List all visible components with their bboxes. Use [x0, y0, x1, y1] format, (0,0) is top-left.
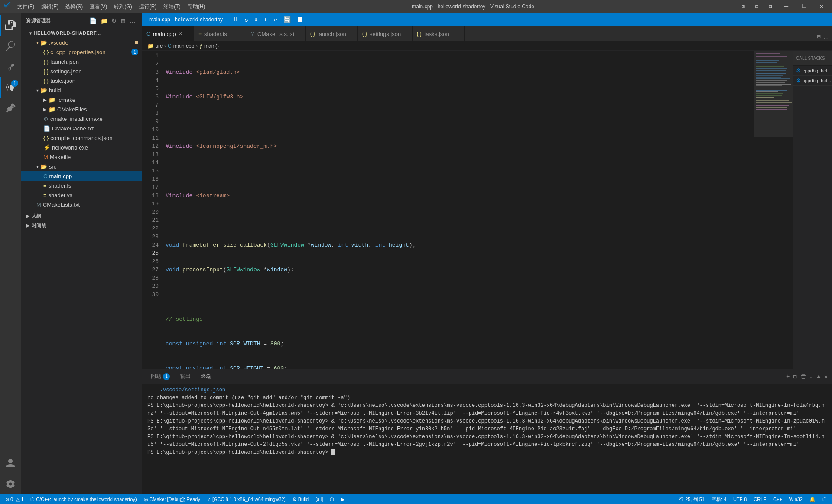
project-root[interactable]: ▾ HELLOWORLD-SHADERT... — [21, 28, 142, 38]
search-activity-icon[interactable] — [0, 36, 21, 56]
makefile-file[interactable]: M Makefile — [21, 152, 142, 162]
menu-edit[interactable]: 编辑(E) — [39, 2, 61, 11]
compile-commands-file[interactable]: { } compile_commands.json — [21, 133, 142, 143]
panel-layout-icon[interactable]: ⊞ — [765, 3, 775, 11]
account-activity-icon[interactable] — [0, 453, 21, 474]
continue-button[interactable]: 🔄 — [282, 15, 292, 24]
compiler-item[interactable]: ✓ [GCC 8.1.0 x86_64-w64-mingw32] — [205, 497, 287, 502]
new-file-icon[interactable]: 📄 — [88, 16, 98, 25]
extensions-activity-icon[interactable] — [0, 98, 21, 119]
helloworld-exe-file[interactable]: ⚡ helloworld.exe — [21, 143, 142, 152]
main-cpp-file[interactable]: C main.cpp — [21, 171, 142, 181]
settings-json-file[interactable]: { } settings.json — [21, 66, 142, 76]
menu-file[interactable]: 文件(F) — [15, 2, 37, 11]
tab-shader-fs[interactable]: ≡ shader.fs × — [194, 26, 246, 41]
cmake-status-item[interactable]: ◎ CMake: [Debug]; Ready — [142, 497, 202, 502]
c-cpp-properties-file[interactable]: { } c_cpp_properties.json 1 — [21, 47, 142, 57]
indent-item[interactable]: 空格: 4 — [710, 496, 728, 503]
maximize-button[interactable]: □ — [797, 3, 811, 11]
run-config-item[interactable]: ⬡ — [328, 497, 336, 502]
close-button[interactable]: ✕ — [815, 3, 829, 11]
split-editor-icon[interactable]: ⊟ — [816, 32, 821, 41]
debug-session-item-2[interactable]: ⚙ cppdbg: hel... — [793, 76, 832, 86]
tab-launch-json[interactable]: { } launch.json × — [306, 26, 358, 41]
cursor-position-item[interactable]: 行 25, 列 51 — [677, 496, 706, 503]
breadcrumb-src[interactable]: src — [156, 43, 162, 49]
panel-tab-terminal[interactable]: 终端 — [196, 369, 217, 384]
debug-session-item-1[interactable]: ⚙ cppdbg: hel... — [793, 66, 832, 76]
pause-button[interactable]: ⏸ — [231, 15, 240, 24]
debug-config-item[interactable]: ⬡ C/C++: launch by cmake (helloworld-sha… — [29, 497, 138, 502]
menu-run[interactable]: 运行(R) — [136, 2, 159, 11]
src-folder[interactable]: ▾ 📂 src — [21, 162, 142, 171]
menu-select[interactable]: 选择(S) — [63, 2, 85, 11]
tasks-json-file[interactable]: { } tasks.json — [21, 76, 142, 85]
step-into-button[interactable]: ⬆ — [262, 15, 269, 24]
timeline-section[interactable]: ▶ 时间线 — [21, 221, 142, 230]
split-terminal-icon[interactable]: ⊟ — [792, 372, 797, 381]
run-debug-activity-icon[interactable]: 1 — [0, 77, 21, 98]
panel-tab-problems[interactable]: 问题 1 — [146, 369, 175, 384]
editor-with-panel: main.cpp - helloworld-shadertoy ⏸ ↻ ⬇ ⬆ … — [142, 13, 832, 494]
kill-terminal-icon[interactable]: 🗑 — [800, 372, 807, 381]
menu-view[interactable]: 查看(V) — [87, 2, 110, 11]
tab-main-cpp[interactable]: C main.cpp × — [142, 26, 194, 41]
cmake-install-file[interactable]: ⚙ cmake_install.cmake — [21, 114, 142, 124]
shader-vs-file[interactable]: ≡ shader.vs — [21, 190, 142, 200]
more-actions-icon[interactable]: … — [128, 16, 136, 25]
debug-dot-icon: ⚙ — [796, 68, 801, 74]
menu-terminal[interactable]: 终端(T) — [161, 2, 183, 11]
language-mode-item[interactable]: C++ — [771, 497, 784, 502]
cmakelists-file[interactable]: M CMakeLists.txt — [21, 200, 142, 209]
svg-rect-23 — [756, 100, 789, 101]
build-folder[interactable]: ▾ 📂 build — [21, 85, 142, 95]
restart-button[interactable]: ↻ — [243, 15, 250, 24]
code-content[interactable]: #include <glad/glad.h> #include <GLFW/gl… — [162, 51, 754, 369]
code-editor[interactable]: 1 2 3 4 5 6 7 8 9 10 11 12 13 14 15 16 1 — [142, 51, 754, 369]
terminal-content[interactable]: .vscode/settings.json no changes added t… — [142, 384, 832, 494]
remote-item[interactable]: ⬡ — [821, 497, 829, 502]
step-out-button[interactable]: ↩ — [272, 15, 279, 24]
vscode-folder[interactable]: ▾ 📂 .vscode — [21, 38, 142, 47]
tab-tasks-json[interactable]: { } tasks.json × — [413, 26, 465, 41]
build-target-item[interactable]: [all] — [314, 497, 325, 502]
more-tabs-icon[interactable]: … — [823, 33, 829, 41]
line-ending-item[interactable]: CRLF — [752, 497, 768, 502]
collapse-all-icon[interactable]: ⊟ — [120, 16, 127, 25]
run-item[interactable]: ▶ — [339, 497, 346, 502]
stop-button[interactable]: ⏹ — [295, 15, 306, 25]
breadcrumb-symbol[interactable]: main() — [204, 43, 219, 49]
add-terminal-icon[interactable]: + — [785, 372, 790, 381]
tab-close-icon[interactable]: × — [178, 30, 182, 38]
menu-help[interactable]: 帮助(H) — [185, 2, 208, 11]
more-panel-icon[interactable]: … — [809, 372, 814, 381]
settings-activity-icon[interactable] — [0, 474, 21, 494]
split-icon[interactable]: ⊟ — [752, 3, 762, 11]
encoding-item[interactable]: UTF-8 — [731, 497, 748, 502]
notifications-item[interactable]: 🔔 — [808, 497, 817, 502]
layout-icon[interactable]: ⊡ — [738, 3, 748, 11]
explorer-activity-icon[interactable] — [0, 15, 21, 36]
source-control-activity-icon[interactable] — [0, 56, 21, 77]
shader-fs-file[interactable]: ≡ shader.fs — [21, 181, 142, 190]
maximize-panel-icon[interactable]: ▲ — [816, 372, 821, 381]
minimap[interactable] — [754, 51, 793, 369]
tab-cmakelists[interactable]: M CMakeLists.txt × — [246, 26, 306, 41]
cmake-folder[interactable]: ▶ 📁 .cmake — [21, 95, 142, 104]
platform-item[interactable]: Win32 — [787, 497, 804, 502]
outline-section[interactable]: ▶ 大纲 — [21, 211, 142, 221]
menu-goto[interactable]: 转到(G) — [111, 2, 134, 11]
minimize-button[interactable]: ─ — [779, 3, 794, 11]
new-folder-icon[interactable]: 📁 — [100, 16, 109, 25]
cmakefiles-folder[interactable]: ▶ 📁 CMakeFiles — [21, 104, 142, 114]
refresh-icon[interactable]: ↻ — [110, 16, 118, 25]
build-item[interactable]: ⚙ Build — [291, 497, 310, 502]
tab-settings-json[interactable]: { } settings.json × — [358, 26, 413, 41]
panel-tab-output[interactable]: 输出 — [175, 369, 196, 384]
cmake-cache-file[interactable]: 📄 CMakeCache.txt — [21, 124, 142, 133]
step-over-button[interactable]: ⬇ — [253, 15, 260, 24]
breadcrumb-file[interactable]: main.cpp — [173, 43, 195, 49]
close-panel-icon[interactable]: ✕ — [823, 372, 829, 381]
errors-warnings-item[interactable]: ⊗ 0 △ 1 — [3, 497, 25, 502]
launch-json-file[interactable]: { } launch.json — [21, 57, 142, 66]
